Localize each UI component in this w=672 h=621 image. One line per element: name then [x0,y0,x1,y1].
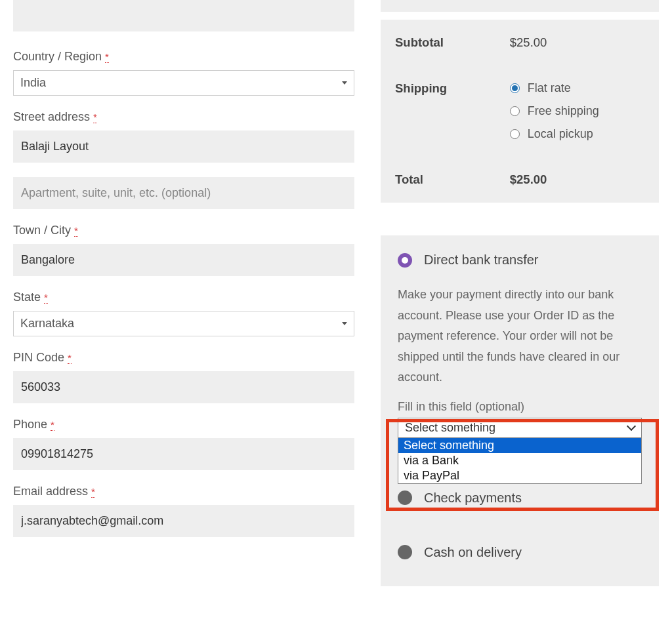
caret-down-icon [342,322,347,325]
shipping-option-local-label: Local pickup [528,127,593,141]
total-value: $25.00 [510,172,644,187]
total-label: Total [395,172,510,187]
pin-input[interactable] [13,371,354,403]
aux-select-dropdown: Select something via a Bank via PayPal [398,438,642,484]
shipping-option-free[interactable]: Free shipping [510,104,644,118]
street-label-text: Street address [13,110,90,123]
required-mark: * [91,486,95,498]
subtotal-row: Subtotal $25.00 [381,20,659,66]
street-field-group: Street address * [13,110,354,163]
required-mark: * [68,352,72,364]
email-input[interactable] [13,505,354,537]
country-select-value: India [20,76,46,90]
shipping-label: Shipping [395,81,510,141]
street-label: Street address * [13,110,354,124]
city-input[interactable] [13,244,354,276]
radio-unselected-icon [398,545,412,559]
country-select[interactable]: India [13,70,354,96]
payment-option-cod[interactable]: Cash on delivery [398,545,642,560]
shipping-radio-free[interactable] [510,106,520,116]
required-mark: * [105,51,109,63]
pin-label-text: PIN Code [13,351,64,364]
state-select-value: Karnataka [20,317,74,331]
shipping-option-local[interactable]: Local pickup [510,127,644,141]
shipping-option-free-label: Free shipping [528,104,599,118]
required-mark: * [44,292,48,304]
caret-down-icon [342,81,347,85]
required-mark: * [93,111,97,123]
subtotal-value: $25.00 [510,35,644,50]
payment-bank-transfer-label: Direct bank transfer [424,252,539,268]
pin-label: PIN Code * [13,351,354,365]
payment-option-check[interactable]: Check payments [398,491,642,506]
radio-unselected-icon [398,491,412,505]
country-field-group: Country / Region * India [13,50,354,96]
order-summary: Subtotal $25.00 Shipping Flat rate Free … [381,20,659,203]
aux-select-value: Select something [405,421,495,435]
aux-select[interactable]: Select something [398,418,642,438]
previous-field-placeholder [13,0,354,31]
required-mark: * [74,225,78,237]
city-label: Town / City * [13,224,354,237]
payment-option-bank-transfer[interactable]: Direct bank transfer [398,252,642,268]
email-label: Email address * [13,485,354,498]
phone-input[interactable] [13,438,354,470]
state-select[interactable]: Karnataka [13,311,354,336]
street-address-input[interactable] [13,130,354,163]
subtotal-label: Subtotal [395,35,510,50]
payment-cod-label: Cash on delivery [424,545,522,560]
order-review: Subtotal $25.00 Shipping Flat rate Free … [381,0,659,586]
phone-label-text: Phone [13,418,47,431]
shipping-radio-local[interactable] [510,129,520,139]
aux-select-label: Fill in this field (optional) [398,400,642,414]
billing-form: Country / Region * India Street address … [13,0,354,586]
aux-option-placeholder[interactable]: Select something [398,438,641,453]
city-label-text: Town / City [13,224,71,237]
payment-check-label: Check payments [424,491,522,506]
aux-option-bank[interactable]: via a Bank [398,453,641,468]
email-label-text: Email address [13,485,88,498]
pin-field-group: PIN Code * [13,351,354,403]
summary-top-edge [381,0,659,12]
email-field-group: Email address * [13,485,354,537]
shipping-option-flat[interactable]: Flat rate [510,81,644,95]
city-field-group: Town / City * [13,224,354,276]
state-label-text: State [13,290,41,304]
state-label: State * [13,290,354,304]
shipping-options: Flat rate Free shipping Local pickup [510,81,644,141]
state-field-group: State * Karnataka [13,290,354,336]
phone-field-group: Phone * [13,418,354,470]
phone-label: Phone * [13,418,354,431]
radio-selected-icon [398,253,412,268]
shipping-row: Shipping Flat rate Free shipping [381,66,659,157]
shipping-option-flat-label: Flat rate [528,81,571,95]
total-row: Total $25.00 [381,157,659,203]
aux-option-paypal[interactable]: via PayPal [398,468,641,483]
street-address-2-input[interactable] [13,177,354,209]
required-mark: * [51,419,54,431]
payment-methods: Direct bank transfer Make your payment d… [381,235,659,586]
payment-bank-transfer-description: Make your payment directly into our bank… [398,285,642,388]
country-label-text: Country / Region [13,50,102,63]
country-label: Country / Region * [13,50,354,64]
street2-field-group [13,177,354,209]
shipping-radio-flat[interactable] [510,83,520,93]
chevron-down-icon [627,422,636,431]
